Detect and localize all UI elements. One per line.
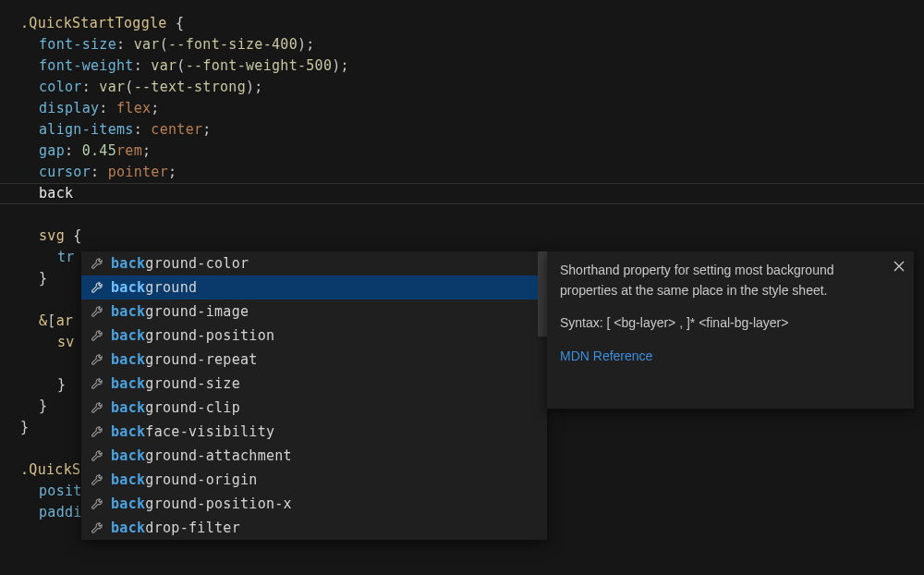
code-line[interactable]: gap: 0.45rem; [0, 141, 924, 162]
suggest-item-label: background-position-x [111, 495, 292, 512]
suggest-scrollbar-thumb[interactable] [538, 251, 547, 336]
suggest-item[interactable]: background-repeat [81, 348, 547, 372]
suggest-item-label: background-origin [111, 471, 258, 488]
suggest-item[interactable]: background-position-x [81, 492, 547, 516]
code-line[interactable]: font-size: var(--font-size-400); [0, 34, 924, 55]
code-line[interactable]: font-weight: var(--font-weight-500); [0, 55, 924, 77]
wrench-icon [91, 377, 103, 390]
wrench-icon [91, 329, 103, 342]
wrench-icon [91, 473, 103, 486]
suggest-item-label: background-position [111, 327, 274, 344]
docs-syntax: Syntax: [ <bg-layer> , ]* <final-bg-laye… [560, 313, 888, 334]
suggestion-docs: Shorthand property for setting most back… [547, 251, 914, 409]
suggest-item-label: background-size [111, 375, 240, 392]
suggest-item-label: background-repeat [111, 351, 258, 368]
wrench-icon [91, 281, 103, 294]
docs-description: Shorthand property for setting most back… [560, 261, 888, 300]
close-icon[interactable] [890, 257, 908, 275]
suggest-item[interactable]: backface-visibility [81, 420, 547, 444]
suggest-scrollbar[interactable] [538, 251, 547, 540]
suggest-item-label: background [111, 279, 197, 296]
suggest-item[interactable]: background-clip [81, 396, 547, 420]
suggest-item[interactable]: background-attachment [81, 444, 547, 468]
css-selector: .QuickStartToggle [20, 15, 167, 31]
code-line[interactable]: cursor: pointer; [0, 162, 924, 183]
wrench-icon [91, 449, 103, 462]
suggest-item-label: background-color [111, 255, 249, 272]
suggest-item-label: backdrop-filter [111, 520, 240, 536]
code-line[interactable] [0, 204, 924, 226]
code-line[interactable]: .QuickStartToggle { [0, 13, 924, 34]
suggest-item[interactable]: background-size [81, 372, 547, 396]
code-line-typing[interactable]: back [0, 183, 924, 204]
suggest-item-label: background-clip [111, 399, 240, 416]
autocomplete-popup[interactable]: background-colorbackgroundbackground-ima… [81, 251, 547, 540]
suggest-item[interactable]: backdrop-filter [81, 516, 547, 540]
code-line[interactable]: color: var(--text-strong); [0, 77, 924, 98]
wrench-icon [91, 497, 103, 510]
code-line[interactable]: svg { [0, 226, 924, 247]
wrench-icon [91, 257, 103, 270]
suggest-item-label: background-image [111, 303, 249, 320]
suggest-item-label: background-attachment [111, 447, 292, 464]
wrench-icon [91, 521, 103, 534]
suggest-item[interactable]: background-color [81, 251, 547, 275]
suggest-item[interactable]: background-image [81, 300, 547, 324]
code-line[interactable]: align-items: center; [0, 119, 924, 141]
mdn-reference-link[interactable]: MDN Reference [560, 349, 652, 363]
wrench-icon [91, 401, 103, 414]
suggest-item[interactable]: background-position [81, 324, 547, 348]
suggest-item[interactable]: background [81, 275, 547, 300]
wrench-icon [91, 425, 103, 438]
typed-text: back [39, 185, 73, 202]
suggest-item[interactable]: background-origin [81, 468, 547, 492]
code-line[interactable]: display: flex; [0, 98, 924, 119]
suggest-item-label: backface-visibility [111, 423, 274, 440]
wrench-icon [91, 353, 103, 366]
wrench-icon [91, 305, 103, 318]
